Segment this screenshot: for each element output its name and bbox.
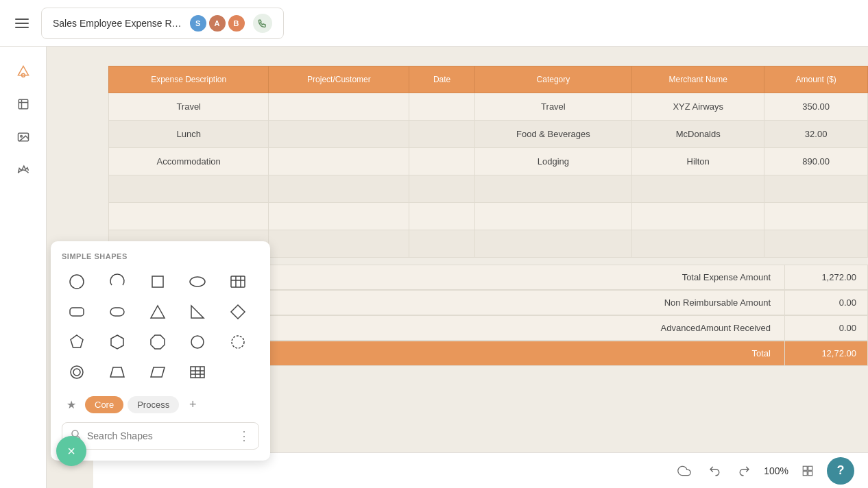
cell-amount: 890.00	[764, 148, 868, 175]
col-header-category: Category	[474, 66, 632, 93]
frame-tool[interactable]	[10, 90, 37, 118]
svg-rect-14	[110, 308, 124, 316]
title-tab[interactable]: Sales Employee Expense R… S A B	[41, 8, 284, 39]
advanced-value: 0.00	[785, 316, 867, 340]
col-header-description: Expense Description	[109, 66, 269, 93]
shape-pentagon[interactable]	[62, 329, 92, 355]
shape-octagon[interactable]	[143, 329, 173, 355]
shape-rounded-rect[interactable]	[62, 299, 92, 325]
shape-right-triangle[interactable]	[182, 299, 213, 325]
header: Sales Employee Expense R… S A B	[0, 0, 868, 47]
expense-table: Expense Description Project/Customer Dat…	[108, 66, 868, 258]
menu-button[interactable]	[11, 12, 33, 34]
main-canvas: Expense Description Project/Customer Dat…	[47, 47, 868, 488]
favorites-tab-icon[interactable]: ★	[62, 395, 81, 414]
redo-button[interactable]	[734, 460, 756, 482]
table-row[interactable]: TravelTravelXYZ Airways350.00	[109, 93, 868, 121]
search-shapes-input[interactable]	[87, 430, 232, 441]
cell-merchant: Hilton	[632, 148, 764, 175]
non-reimbursable-value: 0.00	[785, 291, 867, 315]
table-row[interactable]	[109, 175, 868, 203]
shape-square[interactable]	[143, 269, 173, 295]
cell-project	[269, 230, 409, 258]
close-fab-button[interactable]: ×	[56, 436, 86, 466]
cell-date	[409, 175, 474, 203]
draw-tool[interactable]	[10, 156, 37, 184]
tab-process[interactable]: Process	[128, 396, 179, 413]
shape-ring[interactable]	[62, 359, 92, 385]
col-header-project: Project/Customer	[269, 66, 409, 93]
table-row[interactable]: LunchFood & BeveragesMcDonalds32.00	[109, 121, 868, 148]
sidebar	[0, 47, 47, 488]
shape-rounded-rect-2[interactable]	[102, 299, 132, 325]
cell-project	[269, 121, 409, 148]
shapes-section-title: SIMPLE SHAPES	[62, 252, 259, 260]
svg-point-6	[70, 275, 84, 289]
svg-marker-25	[110, 367, 124, 377]
shape-parallelogram[interactable]	[143, 359, 173, 385]
shape-hexagon[interactable]	[102, 329, 132, 355]
cell-description: Accommodation	[109, 148, 269, 175]
avatar-1: S	[189, 14, 208, 33]
svg-point-21	[191, 336, 204, 348]
svg-point-23	[71, 366, 83, 378]
cell-category	[474, 203, 632, 230]
shape-table[interactable]	[223, 269, 253, 295]
svg-marker-19	[111, 335, 123, 349]
cell-merchant: McDonalds	[632, 121, 764, 148]
shape-circle-3[interactable]	[223, 329, 253, 355]
svg-rect-27	[191, 367, 204, 378]
total-expense-value: 1,272.00	[785, 265, 867, 289]
cell-category	[474, 175, 632, 203]
cell-date	[409, 203, 474, 230]
shape-library-tabs: ★ Core Process +	[62, 395, 259, 414]
svg-point-8	[190, 277, 205, 286]
more-options-icon[interactable]: ⋮	[238, 428, 250, 443]
cell-amount	[764, 230, 868, 258]
cell-category: Lodging	[474, 148, 632, 175]
grid-icon[interactable]	[797, 460, 819, 482]
col-header-amount: Amount ($)	[764, 66, 868, 93]
shape-circle[interactable]	[62, 269, 92, 295]
col-header-merchant: Merchant Name	[632, 66, 764, 93]
cell-date	[409, 230, 474, 258]
add-tab-button[interactable]: +	[183, 395, 202, 414]
table-row[interactable]: AccommodationLodgingHilton890.00	[109, 148, 868, 175]
cell-merchant	[632, 230, 764, 258]
shape-circle-2[interactable]	[182, 329, 213, 355]
tab-core[interactable]: Core	[85, 396, 123, 413]
svg-rect-37	[808, 471, 812, 475]
cell-amount: 32.00	[764, 121, 868, 148]
shapes-tool[interactable]	[10, 58, 37, 85]
shape-triangle[interactable]	[143, 299, 173, 325]
table-row[interactable]	[109, 203, 868, 230]
search-bar: ⋮	[62, 422, 259, 450]
undo-button[interactable]	[703, 460, 725, 482]
cell-description: Travel	[109, 93, 269, 121]
cell-description	[109, 175, 269, 203]
shape-grid[interactable]	[182, 359, 213, 385]
cloud-icon[interactable]	[673, 460, 695, 482]
cell-merchant: XYZ Airways	[632, 93, 764, 121]
svg-marker-15	[151, 306, 165, 318]
grand-total-value: 12,72.00	[785, 341, 867, 365]
cell-category: Travel	[474, 93, 632, 121]
shape-diamond[interactable]	[223, 299, 253, 325]
call-icon[interactable]	[253, 14, 272, 33]
shape-trapezoid[interactable]	[102, 359, 132, 385]
image-tool[interactable]	[10, 123, 37, 151]
cell-amount: 350.00	[764, 93, 868, 121]
svg-point-5	[20, 136, 21, 138]
cell-merchant	[632, 203, 764, 230]
svg-rect-1	[19, 99, 27, 108]
cell-date	[409, 93, 474, 121]
shape-arc[interactable]	[102, 269, 132, 295]
shapes-grid	[62, 269, 259, 385]
avatar-3: B	[227, 14, 246, 33]
avatar-2: A	[208, 14, 227, 33]
shape-ellipse[interactable]	[182, 269, 213, 295]
svg-rect-7	[152, 276, 163, 287]
cell-amount	[764, 203, 868, 230]
help-button[interactable]: ?	[827, 457, 854, 485]
cell-date	[409, 121, 474, 148]
